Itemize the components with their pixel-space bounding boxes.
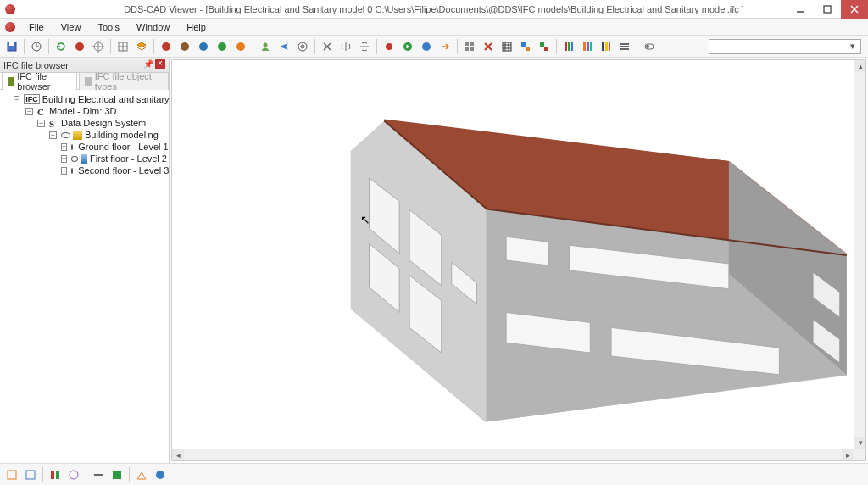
swatch2-icon[interactable]: [536, 38, 553, 55]
separator-icon: [110, 39, 111, 54]
panel-close-icon[interactable]: ×: [155, 59, 165, 69]
tool2-icon[interactable]: [22, 466, 39, 483]
eye-icon[interactable]: [61, 132, 70, 138]
3d-viewport[interactable]: ↖ ▴ ▾ ◂ ▸: [171, 59, 866, 461]
separator-icon: [314, 39, 315, 54]
tree-level-2[interactable]: + First floor - Level 2: [61, 153, 167, 164]
menu-view[interactable]: View: [54, 20, 88, 34]
target-icon[interactable]: [294, 38, 311, 55]
separator-icon: [457, 39, 458, 54]
globe-green-icon[interactable]: [214, 38, 231, 55]
separator-icon: [637, 39, 637, 54]
panel-title: IFC file browser: [3, 60, 69, 70]
record-icon[interactable]: [71, 38, 88, 55]
tool4-icon[interactable]: [65, 466, 82, 483]
svg-point-18: [199, 42, 208, 51]
pin-icon[interactable]: 📌: [143, 59, 153, 69]
svg-rect-36: [503, 42, 511, 51]
svg-rect-86: [56, 471, 59, 479]
arrow-icon[interactable]: [437, 38, 453, 55]
grid2-icon[interactable]: [498, 38, 515, 55]
tool1-icon[interactable]: [3, 466, 20, 483]
save-icon[interactable]: [3, 38, 20, 55]
separator-icon: [153, 39, 154, 54]
record2-icon[interactable]: [381, 38, 398, 55]
menu-tools[interactable]: Tools: [91, 20, 126, 34]
collapse-icon[interactable]: −: [37, 120, 45, 127]
toolbar-select[interactable]: ▾: [709, 39, 861, 54]
globe-brown-icon[interactable]: [176, 38, 193, 55]
tree-model[interactable]: − C Model - Dim: 3D: [25, 105, 167, 117]
separator-icon: [86, 467, 86, 482]
svg-point-16: [162, 42, 170, 51]
layers-icon[interactable]: [133, 38, 150, 55]
circle-blue-icon[interactable]: [418, 38, 435, 55]
cut-icon[interactable]: [319, 38, 336, 55]
flip-v-icon[interactable]: [356, 38, 373, 55]
collapse-icon[interactable]: −: [49, 131, 57, 139]
panel-header[interactable]: IFC file browser 📌 ×: [0, 58, 169, 73]
grid-icon[interactable]: [114, 38, 131, 55]
tree-system[interactable]: − S Data Design System: [37, 117, 167, 129]
globe-red-icon[interactable]: [158, 38, 175, 55]
close-button[interactable]: [841, 0, 868, 19]
level-icon: [81, 154, 87, 164]
tree-level-1[interactable]: + Ground floor - Level 1: [61, 141, 167, 153]
menu-window[interactable]: Window: [130, 20, 176, 34]
menu-help[interactable]: Help: [180, 20, 213, 34]
tree-building[interactable]: − Building modeling: [49, 129, 167, 141]
eye-icon[interactable]: [71, 156, 78, 162]
scroll-left-icon[interactable]: ◂: [172, 449, 184, 461]
scroll-right-icon[interactable]: ▸: [842, 449, 854, 461]
vertical-scrollbar[interactable]: ▴ ▾: [854, 60, 865, 449]
expand-icon[interactable]: +: [61, 143, 67, 151]
toggle-icon[interactable]: [641, 38, 658, 55]
clock-icon[interactable]: [28, 38, 45, 55]
ifc-tree[interactable]: − IFC Building Electrical and sanitary m…: [0, 90, 169, 463]
svg-rect-32: [465, 47, 469, 51]
tool5-icon[interactable]: [90, 466, 107, 483]
x-red-icon[interactable]: [480, 38, 497, 55]
play-green-icon[interactable]: [399, 38, 416, 55]
bars-icon[interactable]: [616, 38, 633, 55]
tool8-icon[interactable]: [152, 466, 169, 483]
user-icon[interactable]: [257, 38, 274, 55]
expand-icon[interactable]: +: [61, 167, 67, 175]
crosshair-icon[interactable]: [90, 38, 107, 55]
svg-rect-49: [587, 42, 589, 51]
collapse-icon[interactable]: −: [25, 108, 33, 115]
globe-blue-icon[interactable]: [195, 38, 212, 55]
swatch-icon[interactable]: [517, 38, 534, 55]
tree-root[interactable]: − IFC Building Electrical and sanitary m…: [14, 93, 167, 105]
svg-rect-31: [470, 42, 474, 46]
menu-file[interactable]: File: [22, 20, 51, 34]
horizontal-scrollbar[interactable]: ◂ ▸: [172, 449, 854, 460]
boxes-icon[interactable]: [461, 38, 478, 55]
eye-icon[interactable]: [71, 168, 73, 174]
refresh-icon[interactable]: [53, 38, 70, 55]
svg-rect-53: [609, 42, 610, 51]
expand-icon[interactable]: +: [61, 155, 67, 163]
palette2-icon[interactable]: [579, 38, 596, 55]
scroll-corner: [854, 449, 865, 460]
separator-icon: [376, 39, 377, 54]
maximize-button[interactable]: [814, 0, 841, 19]
model-icon: C: [37, 107, 47, 116]
building-model-render: [172, 60, 865, 460]
minimize-button[interactable]: [787, 0, 814, 19]
collapse-icon[interactable]: −: [14, 96, 19, 103]
scroll-down-icon[interactable]: ▾: [854, 437, 866, 449]
tool6-icon[interactable]: [108, 466, 125, 483]
palette3-icon[interactable]: [598, 38, 615, 55]
plane-icon[interactable]: [275, 38, 292, 55]
palette1-icon[interactable]: [560, 38, 577, 55]
tool3-icon[interactable]: [47, 466, 64, 483]
eye-icon[interactable]: [71, 144, 73, 150]
tree-level-3[interactable]: + Second floor - Level 3: [61, 164, 167, 176]
menu-bar: File View Tools Window Help: [0, 19, 868, 36]
scroll-up-icon[interactable]: ▴: [854, 60, 866, 72]
flip-h-icon[interactable]: [337, 38, 354, 55]
globe-orange-icon[interactable]: [232, 38, 249, 55]
tab-label: IFC file object types: [95, 71, 163, 92]
tool7-icon[interactable]: [133, 466, 150, 483]
